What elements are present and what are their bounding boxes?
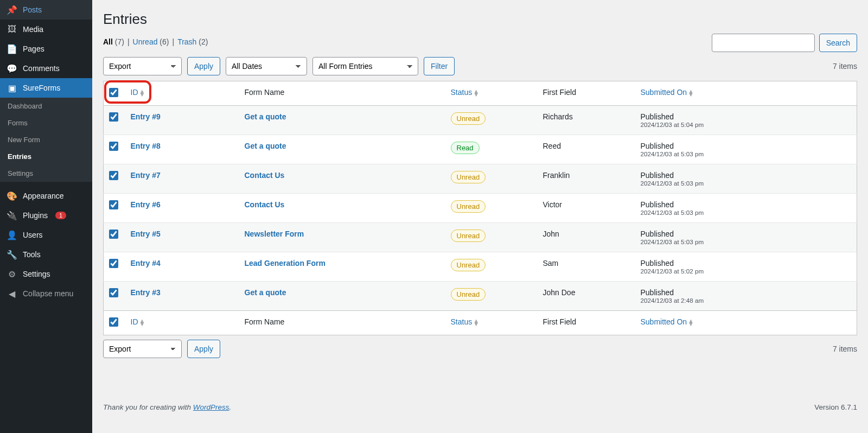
submitted-date: 2024/12/03 at 2:48 am [641, 297, 852, 304]
sidebar-item-tools[interactable]: 🔧Tools [0, 245, 92, 264]
sidebar-item-label: Settings [23, 270, 50, 278]
entry-id-link[interactable]: Entry #3 [131, 288, 161, 297]
sidebar-item-posts[interactable]: 📌Posts [0, 0, 92, 20]
status-badge: Unread [451, 259, 486, 271]
row-checkbox[interactable] [109, 171, 118, 180]
plugins-icon: 🔌 [7, 210, 17, 221]
sidebar-item-settings[interactable]: ⚙Settings [0, 264, 92, 284]
appearance-icon: 🎨 [7, 190, 17, 201]
submenu-item-entries[interactable]: Entries [0, 148, 92, 165]
submitted-date: 2024/12/03 at 5:03 pm [641, 180, 852, 187]
search-button[interactable]: Search [819, 34, 857, 52]
entry-form-link[interactable]: Get a quote [245, 142, 286, 150]
first-field-value: Victor [538, 194, 635, 223]
column-first-field-bottom: First Field [538, 311, 635, 335]
entry-form-link[interactable]: Newsletter Form [245, 230, 304, 238]
entry-id-link[interactable]: Entry #7 [131, 171, 161, 180]
submenu-item-settings[interactable]: Settings [0, 165, 92, 182]
entry-id-link[interactable]: Entry #4 [131, 259, 161, 268]
main-content: Entries All (7) | Unread (6) | Trash (2)… [92, 0, 868, 433]
column-status[interactable]: Status▲▼ [451, 88, 480, 97]
column-form-name: Form Name [239, 81, 445, 106]
row-checkbox[interactable] [109, 112, 118, 122]
submenu-item-new-form[interactable]: New Form [0, 131, 92, 148]
column-submitted-on-bottom[interactable]: Submitted On▲▼ [641, 317, 694, 326]
posts-icon: 📌 [7, 4, 17, 15]
table-row: Entry #4 Lead Generation Form Unread Sam… [104, 252, 857, 282]
status-badge: Unread [451, 112, 486, 125]
tablenav-bottom: Export Apply 7 items [103, 340, 857, 358]
filter-unread[interactable]: Unread [133, 37, 158, 46]
collapse-menu[interactable]: ◀ Collapse menu [0, 284, 92, 303]
table-row: Entry #9 Get a quote Unread Richards Pub… [104, 106, 857, 135]
status-badge: Unread [451, 288, 486, 301]
column-status-bottom[interactable]: Status▲▼ [451, 317, 480, 326]
column-id-bottom[interactable]: ID▲▼ [131, 317, 145, 326]
sidebar-item-pages[interactable]: 📄Pages [0, 39, 92, 59]
row-checkbox[interactable] [109, 259, 118, 268]
bulk-action-select-bottom[interactable]: Export [103, 340, 182, 358]
sidebar-item-sureforms[interactable]: ▣ SureForms [0, 78, 92, 98]
row-checkbox[interactable] [109, 142, 118, 151]
form-filter-select[interactable]: All Form Entries [312, 57, 418, 75]
admin-footer: Thank you for creating with WordPress. V… [103, 387, 857, 411]
column-id[interactable]: ID▲▼ [131, 88, 145, 97]
submitted-date: 2024/12/03 at 5:03 pm [641, 238, 852, 245]
table-row: Entry #5 Newsletter Form Unread John Pub… [104, 223, 857, 252]
pages-icon: 📄 [7, 43, 17, 54]
entry-id-link[interactable]: Entry #8 [131, 142, 161, 150]
search-input[interactable] [712, 34, 815, 52]
apply-button[interactable]: Apply [187, 57, 220, 75]
sidebar-item-label: Comments [23, 64, 60, 73]
table-row: Entry #7 Contact Us Unread Franklin Publ… [104, 164, 857, 194]
table-row: Entry #6 Contact Us Unread Victor Publis… [104, 194, 857, 223]
entry-id-link[interactable]: Entry #5 [131, 230, 161, 238]
filter-button[interactable]: Filter [424, 57, 455, 75]
row-checkbox[interactable] [109, 230, 118, 239]
select-all-checkbox[interactable] [109, 88, 118, 97]
apply-button-bottom[interactable]: Apply [187, 340, 220, 358]
sidebar-item-comments[interactable]: 💬Comments [0, 59, 92, 78]
row-checkbox[interactable] [109, 288, 118, 297]
select-all-checkbox-bottom[interactable] [109, 317, 118, 327]
sidebar-item-label: Posts [23, 5, 42, 14]
sidebar-item-label: Plugins [23, 211, 48, 220]
entry-form-link[interactable]: Get a quote [245, 288, 286, 297]
published-label: Published [641, 230, 674, 238]
entry-form-link[interactable]: Contact Us [245, 171, 285, 180]
entry-id-link[interactable]: Entry #6 [131, 200, 161, 209]
first-field-value: John Doe [538, 282, 635, 311]
sureforms-icon: ▣ [7, 82, 17, 93]
footer-thanks-pre: Thank you for creating with [103, 403, 193, 411]
submenu-item-dashboard[interactable]: Dashboard [0, 98, 92, 114]
sidebar-item-label: Dashboard [8, 102, 42, 110]
filter-all[interactable]: All [103, 37, 113, 46]
collapse-icon: ◀ [7, 288, 17, 299]
sidebar-item-media[interactable]: 🖼Media [0, 20, 92, 39]
page-title: Entries [103, 11, 857, 28]
published-label: Published [641, 112, 674, 121]
published-label: Published [641, 171, 674, 180]
sidebar-item-users[interactable]: 👤Users [0, 225, 92, 245]
users-icon: 👤 [7, 230, 17, 240]
footer-wordpress-link[interactable]: WordPress [193, 403, 229, 411]
sidebar-item-label: Forms [8, 119, 28, 127]
submenu-item-forms[interactable]: Forms [0, 114, 92, 131]
published-label: Published [641, 142, 674, 150]
entry-form-link[interactable]: Lead Generation Form [245, 259, 326, 268]
row-checkbox[interactable] [109, 200, 118, 209]
items-count-top: 7 items [833, 62, 857, 71]
sidebar-item-label: Pages [23, 44, 44, 53]
sidebar-item-plugins[interactable]: 🔌Plugins1 [0, 206, 92, 225]
first-field-value: John [538, 223, 635, 252]
entry-form-link[interactable]: Contact Us [245, 200, 285, 209]
bulk-action-select[interactable]: Export [103, 57, 182, 75]
table-row: Entry #3 Get a quote Unread John Doe Pub… [104, 282, 857, 311]
column-submitted-on[interactable]: Submitted On▲▼ [641, 88, 694, 97]
entry-form-link[interactable]: Get a quote [245, 112, 286, 121]
date-filter-select[interactable]: All Dates [226, 57, 307, 75]
entry-id-link[interactable]: Entry #9 [131, 112, 161, 121]
sidebar-item-label: SureForms [23, 84, 60, 92]
sidebar-item-appearance[interactable]: 🎨Appearance [0, 186, 92, 206]
filter-trash[interactable]: Trash [177, 37, 196, 46]
